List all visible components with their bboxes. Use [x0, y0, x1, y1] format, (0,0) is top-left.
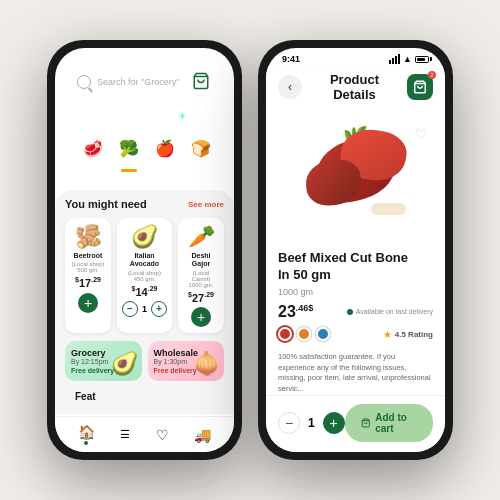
avocado-price: $14.29: [122, 285, 167, 298]
home-icon: 🏠: [78, 424, 95, 440]
product-description: 100% satisfaction guarantee. If you expe…: [278, 352, 433, 394]
wifi-icon-right: ▲: [403, 54, 412, 64]
battery-right: [415, 56, 429, 63]
detail-header: ‹ Product Details 2: [266, 66, 445, 110]
delivery-dot: [347, 309, 353, 315]
breads-icon-circle: 🍞: [183, 130, 219, 166]
product-name: Beef Mixed Cut Bone In 50 gm: [278, 250, 433, 284]
product-avocado[interactable]: 🥑 Italian Avocado (Local shop) 450 gm. $…: [117, 218, 172, 333]
category-breads[interactable]: 🍞 Breads: [183, 130, 219, 176]
avocado-name: Italian Avocado: [122, 252, 167, 269]
signal-right: [389, 54, 400, 64]
rating-row: ★ 4.5 Rating: [383, 329, 433, 340]
time-right: 9:41: [282, 54, 300, 64]
star-icon: ★: [383, 329, 392, 340]
decrease-qty-button[interactable]: −: [278, 412, 300, 434]
see-more-button[interactable]: See more: [188, 200, 224, 209]
carrot-name: Deshi Gajor: [183, 252, 219, 269]
left-phone: 9:41 ▲ Sear: [47, 40, 242, 460]
breads-emoji: 🍞: [191, 139, 211, 158]
meets-label: Meets: [83, 169, 102, 176]
cart-badge-count: 2: [428, 71, 436, 79]
product-carrot[interactable]: 🥕 Deshi Gajor (Local Carrot) 1000 gm. $2…: [178, 218, 224, 333]
qty-display: 1: [308, 416, 315, 430]
cart-button-right[interactable]: 2: [407, 74, 433, 100]
products-row: 🫚 Beetroot (Local shop) 500 gm. $17.29 +…: [65, 218, 224, 333]
avocado-qty: 1: [142, 304, 147, 314]
color-orange[interactable]: [297, 327, 311, 341]
product-image-area: 🌿 ♡: [266, 110, 445, 240]
color-options: [278, 327, 330, 341]
detail-screen: 9:41 ▲ ‹ Product Details: [266, 48, 445, 452]
avocado-sub: (Local shop): [122, 270, 167, 276]
feat-label: Feat: [65, 387, 224, 406]
nav-menu[interactable]: ☰: [120, 428, 130, 441]
nav-home-dot: [84, 441, 88, 445]
status-bar-right: 9:41 ▲: [266, 48, 445, 66]
add-to-cart-button[interactable]: Add to cart: [345, 404, 433, 442]
grocery-header: Search for "Grocery" Current Location Ca…: [55, 66, 234, 188]
add-to-cart-bar: − 1 + Add to cart: [266, 395, 445, 452]
location-name: California, USA: [103, 111, 176, 122]
qty-control-large: − 1 +: [278, 412, 345, 434]
avocado-decrease-btn[interactable]: −: [122, 301, 138, 317]
cart-button-left[interactable]: [192, 72, 212, 92]
search-placeholder: Search for "Grocery": [97, 77, 186, 87]
increase-qty-button[interactable]: +: [323, 412, 345, 434]
grocery-delivery-card[interactable]: Grocery By 12:15pm Free delivery 🥑: [65, 341, 142, 381]
color-blue[interactable]: [316, 327, 330, 341]
beetroot-emoji: 🫚: [70, 224, 106, 250]
time-left: 9:41: [71, 54, 89, 64]
bone-visual: [371, 203, 406, 215]
category-meets[interactable]: 🥩 Meets: [75, 130, 111, 176]
avocado-emoji: 🥑: [122, 224, 167, 250]
meat-image: 🌿: [286, 120, 426, 230]
back-button[interactable]: ‹: [278, 75, 302, 99]
rating-text: 4.5 Rating: [395, 330, 433, 339]
carrot-add-button[interactable]: +: [191, 307, 211, 327]
location-block: Current Location California, USA ✈: [67, 104, 222, 122]
avocado-weight: 450 gm.: [122, 276, 167, 282]
wholesale-delivery-card[interactable]: Wholesale By 1:30pm Free delivery 🧅: [148, 341, 225, 381]
wishlist-button[interactable]: ♡: [409, 122, 433, 146]
location-arrow-icon: ✈: [179, 112, 186, 121]
beetroot-weight: 500 gm.: [70, 267, 106, 273]
fruits-emoji: 🍎: [155, 139, 175, 158]
search-bar[interactable]: Search for "Grocery": [67, 66, 222, 98]
avocado-qty-control: − 1 +: [122, 301, 167, 317]
section-header: You might need See more: [65, 198, 224, 210]
product-weight: 1000 gm: [278, 287, 433, 297]
category-vege[interactable]: 🥦 Vege: [111, 130, 147, 176]
delivery-cards: Grocery By 12:15pm Free delivery 🥑 Whole…: [65, 341, 224, 381]
nav-delivery[interactable]: 🚚: [194, 427, 211, 443]
carrot-price: $27.29: [183, 291, 219, 304]
grocery-screen: 9:41 ▲ Sear: [55, 48, 234, 452]
nav-home[interactable]: 🏠: [78, 424, 95, 445]
grocery-delivery-emoji: 🥑: [111, 351, 138, 377]
bottom-nav: 🏠 ☰ ♡ 🚚: [55, 416, 234, 452]
right-phone: 9:41 ▲ ‹ Product Details: [258, 40, 453, 460]
carrot-emoji: 🥕: [183, 224, 219, 250]
price-delivery-row: 23.46$ Available on fast delivery: [278, 303, 433, 321]
heart-icon: ♡: [156, 427, 169, 443]
product-info: Beef Mixed Cut Bone In 50 gm 1000 gm 23.…: [266, 240, 445, 421]
vege-emoji: 🥦: [119, 139, 139, 158]
category-fruits[interactable]: 🍎 Fruits: [147, 130, 183, 176]
avocado-increase-btn[interactable]: +: [151, 301, 167, 317]
product-beetroot[interactable]: 🫚 Beetroot (Local shop) 500 gm. $17.29 +: [65, 218, 111, 333]
beetroot-price: $17.29: [70, 276, 106, 289]
vege-icon-circle: 🥦: [111, 130, 147, 166]
color-red[interactable]: [278, 327, 292, 341]
fruits-label: Fruits: [156, 169, 174, 176]
nav-wishlist[interactable]: ♡: [156, 427, 169, 443]
fruits-icon-circle: 🍎: [147, 130, 183, 166]
status-bar-left: 9:41 ▲: [55, 48, 234, 66]
meets-emoji: 🥩: [83, 139, 103, 158]
categories-row: 🥩 Meets 🥦 Vege 🍎 Fruits 🍞 Breads: [67, 130, 222, 176]
menu-icon: ☰: [120, 428, 130, 441]
add-to-cart-label: Add to cart: [375, 412, 417, 434]
search-icon: [77, 75, 91, 89]
white-section: You might need See more 🫚 Beetroot (Loca…: [55, 190, 234, 414]
beetroot-add-button[interactable]: +: [78, 293, 98, 313]
breads-label: Breads: [190, 169, 212, 176]
